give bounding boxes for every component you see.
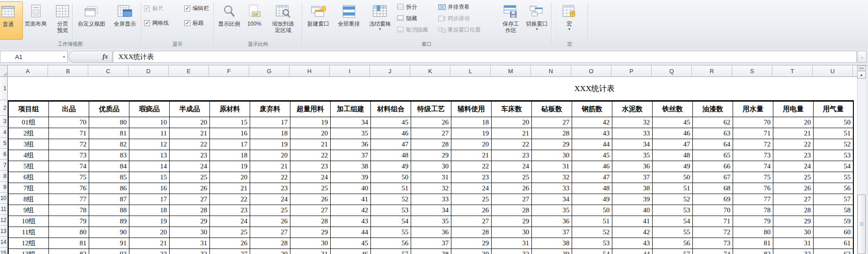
ruler-checkbox[interactable]: ✓ 标尺 — [144, 5, 163, 12]
table-cell[interactable]: 21 — [170, 128, 210, 139]
hide-button[interactable]: 隐藏 — [397, 13, 417, 23]
table-cell[interactable]: 34 — [612, 139, 653, 150]
table-cell[interactable]: 82 — [733, 249, 773, 254]
table-cell[interactable]: 23 — [250, 183, 290, 194]
table-cell[interactable]: 25 — [451, 194, 492, 205]
col-header-C[interactable]: C — [88, 65, 129, 77]
row-header-15[interactable]: 15 — [0, 248, 8, 254]
table-header-cell[interactable]: 砧板数 — [532, 102, 572, 117]
table-cell[interactable]: 82 — [49, 249, 89, 254]
col-header-T[interactable]: T — [772, 65, 813, 77]
freeze-panes-button[interactable]: 冻结窗格 ▼ — [365, 1, 395, 39]
table-header-cell[interactable]: 超量用料 — [290, 102, 331, 117]
row-header-8[interactable]: 8 — [0, 171, 8, 182]
table-cell[interactable]: 27 — [773, 194, 814, 205]
table-cell[interactable]: 46 — [331, 249, 371, 254]
sync-scroll-button[interactable]: 同步滚动 — [438, 13, 470, 23]
table-cell[interactable]: 32 — [170, 249, 210, 254]
table-header-cell[interactable]: 优质品 — [89, 102, 129, 117]
table-cell[interactable]: 28 — [451, 227, 492, 238]
table-cell[interactable]: 34 — [331, 117, 371, 128]
scroll-up-button[interactable]: ▲ — [857, 71, 866, 79]
custom-views-button[interactable]: 自定义视图 — [74, 1, 109, 39]
table-cell[interactable]: 89 — [89, 216, 129, 227]
table-cell[interactable]: 49 — [572, 194, 612, 205]
scrollbar-split-handle[interactable] — [857, 65, 866, 70]
table-cell[interactable]: 75 — [733, 172, 773, 183]
table-cell-group[interactable]: 2组 — [9, 128, 49, 139]
table-cell[interactable]: 25 — [170, 172, 210, 183]
table-cell[interactable]: 57 — [371, 249, 411, 254]
table-cell[interactable]: 76 — [49, 183, 89, 194]
table-cell[interactable]: 18 — [129, 205, 170, 216]
table-cell[interactable]: 55 — [814, 172, 854, 183]
table-cell[interactable]: 24 — [170, 161, 210, 172]
table-cell[interactable]: 20 — [250, 150, 290, 161]
table-cell[interactable]: 21 — [210, 183, 250, 194]
table-header-cell[interactable]: 废弃料 — [250, 102, 290, 117]
table-cell[interactable]: 64 — [693, 139, 733, 150]
table-header-cell[interactable]: 出品 — [49, 102, 89, 117]
table-cell[interactable]: 26 — [773, 183, 814, 194]
name-box-dropdown-arrow[interactable]: ▾ — [63, 55, 65, 59]
table-cell[interactable]: 36 — [612, 161, 653, 172]
table-cell[interactable]: 22 — [492, 139, 532, 150]
table-cell[interactable]: 49 — [371, 161, 411, 172]
table-cell[interactable]: 31 — [170, 238, 210, 249]
table-cell[interactable]: 55 — [653, 227, 693, 238]
view-side-by-side-button[interactable]: 并排查看 — [438, 2, 470, 12]
table-cell[interactable]: 48 — [653, 150, 693, 161]
table-cell[interactable]: 85 — [89, 172, 129, 183]
row-header-2[interactable]: 2 — [0, 100, 8, 116]
gridlines-checkbox[interactable]: ✓ 网格线 — [144, 19, 169, 27]
col-header-M[interactable]: M — [491, 65, 531, 77]
table-cell[interactable]: 25 — [250, 205, 290, 216]
table-cell[interactable]: 17 — [129, 194, 170, 205]
table-cell[interactable]: 27 — [451, 216, 492, 227]
table-cell[interactable]: 30 — [411, 161, 451, 172]
col-header-B[interactable]: B — [48, 65, 88, 77]
table-header-cell[interactable]: 原材料 — [210, 102, 250, 117]
table-cell[interactable]: 87 — [89, 194, 129, 205]
table-cell-group[interactable]: 9组 — [9, 205, 49, 216]
name-box[interactable]: A1 ▾ — [0, 51, 68, 63]
table-cell[interactable]: 23 — [451, 172, 492, 183]
table-cell[interactable]: 79 — [49, 216, 89, 227]
table-cell-group[interactable]: 4组 — [9, 150, 49, 161]
table-cell[interactable]: 73 — [693, 238, 733, 249]
table-cell[interactable]: 45 — [653, 117, 693, 128]
table-cell[interactable]: 27 — [532, 117, 572, 128]
table-cell[interactable]: 48 — [371, 150, 411, 161]
row-header-14[interactable]: 14 — [0, 237, 8, 248]
table-cell[interactable]: 28 — [290, 216, 331, 227]
table-cell[interactable]: 24 — [492, 161, 532, 172]
table-cell[interactable]: 42 — [572, 117, 612, 128]
table-cell[interactable]: 20 — [170, 117, 210, 128]
table-cell[interactable]: 56 — [371, 238, 411, 249]
row-header-10[interactable]: 10 — [0, 193, 8, 204]
table-cell-group[interactable]: 7组 — [9, 183, 49, 194]
table-cell[interactable]: 17 — [210, 139, 250, 150]
table-cell[interactable]: 50 — [371, 172, 411, 183]
table-cell[interactable]: 60 — [814, 227, 854, 238]
table-cell[interactable]: 27 — [210, 249, 250, 254]
col-header-G[interactable]: G — [249, 65, 289, 77]
table-cell[interactable]: 50 — [814, 117, 854, 128]
table-cell[interactable]: 51 — [653, 183, 693, 194]
table-cell[interactable]: 81 — [89, 128, 129, 139]
table-header-cell[interactable]: 特级工艺 — [411, 102, 451, 117]
row-header-12[interactable]: 12 — [0, 215, 8, 226]
table-cell[interactable]: 50 — [572, 205, 612, 216]
row-header-6[interactable]: 6 — [0, 149, 8, 160]
table-cell[interactable]: 47 — [653, 139, 693, 150]
row-header-13[interactable]: 13 — [0, 226, 8, 237]
table-cell[interactable]: 36 — [532, 216, 572, 227]
table-cell[interactable]: 23 — [773, 150, 814, 161]
table-cell[interactable]: 31 — [773, 238, 814, 249]
table-cell[interactable]: 83 — [89, 150, 129, 161]
table-cell[interactable]: 30 — [451, 249, 492, 254]
table-cell[interactable]: 70 — [49, 117, 89, 128]
table-cell[interactable]: 54 — [371, 216, 411, 227]
scrollbar-track[interactable] — [857, 79, 866, 254]
table-cell-group[interactable]: 6组 — [9, 172, 49, 183]
